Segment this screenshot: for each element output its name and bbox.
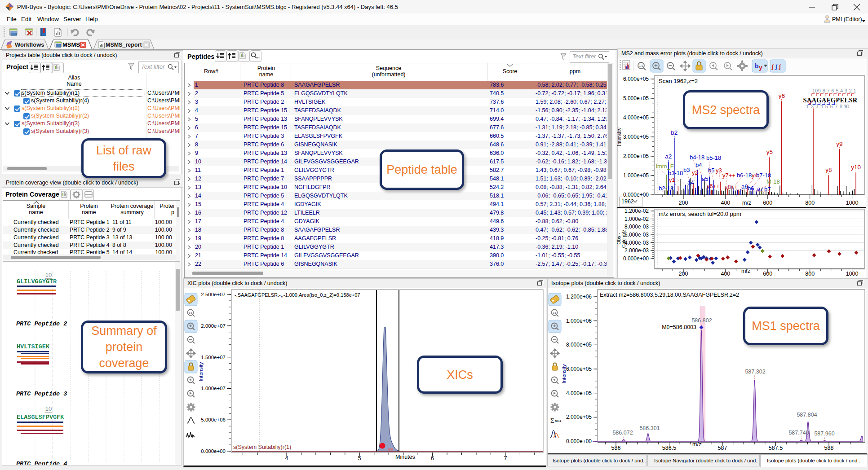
svg-text:4.000e-03: 4.000e-03: [624, 240, 649, 246]
svg-text:Intensity: Intensity: [616, 127, 622, 146]
svg-text:1.200e+06: 1.200e+06: [566, 294, 592, 300]
svg-text:587.960: 587.960: [814, 430, 834, 437]
svg-text:1000: 1000: [846, 200, 859, 206]
svg-text:y6++: y6++: [707, 183, 720, 189]
svg-text:b2: b2: [671, 129, 678, 136]
svg-text:8: 8: [823, 88, 825, 93]
svg-text:a4: a4: [687, 179, 694, 186]
svg-text:587: 587: [718, 445, 727, 451]
svg-text:1:1: 1:1: [553, 312, 557, 314]
svg-text:b5: b5: [708, 167, 714, 174]
svg-text:1.000e+07: 1.000e+07: [201, 386, 226, 391]
svg-text:4: 4: [285, 455, 288, 461]
svg-text:b: b: [755, 62, 759, 70]
svg-text:y: y: [759, 64, 762, 71]
svg-text:b6-18: b6-18: [737, 172, 752, 179]
svg-text:y7++: y7++: [722, 172, 735, 179]
svg-text:b7: b7: [764, 186, 771, 193]
svg-text:2.000e+07: 2.000e+07: [201, 323, 226, 329]
svg-text:-.SAAGAFGPELSR.-,,-1.000,Area(: -.SAAGAFGPELSR.-,,-1.000,Area(iso_0,z_2)…: [235, 292, 360, 298]
svg-text:8.000e-03: 8.000e-03: [624, 224, 649, 230]
svg-text:0.000e+00: 0.000e+00: [566, 438, 592, 444]
svg-text:MS1: MS1: [555, 419, 562, 422]
svg-text:587.302: 587.302: [745, 369, 765, 375]
svg-text:5: 5: [836, 88, 838, 93]
svg-text:800: 800: [805, 271, 815, 277]
svg-text:5.000e+06: 5.000e+06: [201, 417, 226, 422]
svg-text:587.804: 587.804: [797, 412, 817, 418]
svg-text:2: 2: [849, 88, 852, 93]
svg-text:a2: a2: [665, 153, 672, 160]
svg-text:600: 600: [763, 271, 772, 277]
svg-text:y9: y9: [836, 141, 842, 147]
svg-text:2: 2: [811, 104, 814, 109]
svg-text:600: 600: [763, 200, 772, 206]
svg-text:1.000e-02: 1.000e-02: [624, 216, 649, 222]
svg-text:Σ: Σ: [550, 417, 554, 424]
svg-text:y3: y3: [716, 167, 722, 174]
svg-text:b7-18: b7-18: [756, 172, 771, 179]
svg-text:2.000e-03: 2.000e-03: [624, 247, 649, 254]
svg-text:586.301: 586.301: [639, 425, 660, 431]
svg-text:a5: a5: [702, 176, 708, 182]
svg-text:7: 7: [835, 104, 837, 109]
svg-text:587.740: 587.740: [788, 430, 809, 436]
svg-text:y8: y8: [825, 167, 832, 173]
svg-text:Calc m/z: Calc m/z: [621, 229, 626, 248]
svg-text:586.5: 586.5: [662, 445, 676, 451]
svg-text:4: 4: [840, 88, 843, 93]
svg-text:M0=586.8003: M0=586.8003: [662, 324, 696, 330]
svg-text:9: 9: [818, 88, 821, 93]
svg-text:3.000e+05: 3.000e+05: [623, 134, 649, 140]
svg-text:1.000e+05: 1.000e+05: [623, 172, 649, 179]
svg-text:0.000e+00: 0.000e+00: [623, 255, 649, 262]
svg-text:b3: b3: [683, 167, 690, 173]
svg-text:400: 400: [721, 271, 730, 277]
svg-text:5: 5: [825, 104, 828, 109]
svg-text:b4-18: b4-18: [690, 154, 704, 161]
svg-text:Intensity: Intensity: [198, 362, 204, 381]
svg-text:4.000e+05: 4.000e+05: [623, 114, 649, 121]
svg-text:7: 7: [827, 88, 830, 93]
svg-text:m/z: m/z: [742, 200, 751, 206]
svg-text:800: 800: [805, 200, 815, 206]
svg-text:6.000e-03: 6.000e-03: [624, 232, 649, 238]
svg-text:M-18: M-18: [766, 178, 780, 185]
svg-text:1.200e-02: 1.200e-02: [624, 208, 649, 214]
svg-text:4.000e+05: 4.000e+05: [566, 390, 592, 396]
svg-text:587.5: 587.5: [769, 445, 783, 451]
svg-text:200: 200: [679, 271, 688, 277]
svg-text:586.072: 586.072: [612, 430, 633, 436]
svg-text:m/z errors, search tol=20.0 pp: m/z errors, search tol=20.0 ppm: [659, 211, 741, 217]
svg-text:2.000e+05: 2.000e+05: [566, 414, 592, 420]
svg-text:y5: y5: [766, 149, 773, 155]
svg-text:b2-18: b2-18: [659, 185, 673, 192]
svg-text:y10: y10: [851, 164, 861, 171]
svg-text:y1: y1: [669, 176, 675, 183]
svg-text:b5-18: b5-18: [706, 154, 721, 161]
svg-text:1:1: 1:1: [639, 64, 643, 67]
svg-text:y6: y6: [779, 92, 785, 99]
svg-text:5.000e+05: 5.000e+05: [623, 95, 649, 101]
svg-text:5: 5: [358, 455, 361, 461]
svg-text:m/z: m/z: [692, 441, 701, 448]
svg-text:8.000e+05: 8.000e+05: [566, 342, 592, 348]
svg-text:2.500e+07: 2.500e+07: [201, 292, 226, 297]
svg-text:200: 200: [679, 200, 688, 206]
svg-text:2.000e+05: 2.000e+05: [623, 153, 649, 159]
svg-text:s(System Suitabiliy)r(1): s(System Suitabiliy)r(1): [233, 444, 291, 450]
svg-text:3: 3: [845, 88, 847, 93]
svg-text:10: 10: [812, 88, 818, 93]
svg-text:1: 1: [854, 88, 856, 93]
svg-text:Scan 1962,z=2: Scan 1962,z=2: [659, 78, 698, 84]
svg-text:7: 7: [504, 455, 507, 461]
svg-text:588: 588: [824, 445, 834, 451]
svg-text:8: 8: [840, 104, 842, 109]
svg-text:b4: b4: [695, 162, 702, 168]
svg-text:0.000e+00: 0.000e+00: [201, 448, 226, 454]
svg-text:a7: a7: [757, 185, 763, 192]
svg-text:1.500e+07: 1.500e+07: [201, 355, 226, 360]
svg-text:6: 6: [431, 455, 434, 461]
svg-text:m/z: m/z: [741, 268, 750, 274]
svg-text:6: 6: [831, 88, 834, 93]
